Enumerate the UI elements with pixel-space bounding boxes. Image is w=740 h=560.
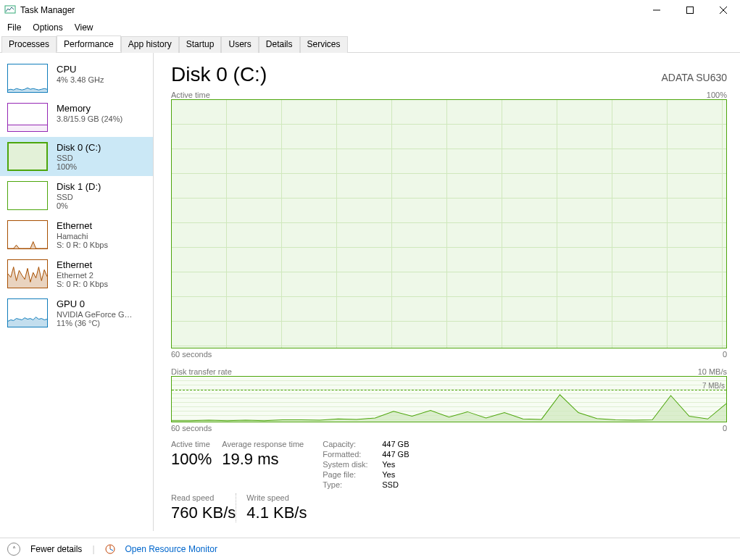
ethernet-thumb-icon [7, 259, 48, 288]
read-speed-value: 760 KB/s [171, 503, 236, 522]
sidebar: CPU 4% 3.48 GHz Memory 3.8/15.9 GB (24%)… [0, 53, 154, 531]
svg-line-7 [110, 549, 113, 551]
resource-monitor-icon [105, 544, 115, 554]
top-chart-label: Active time [171, 91, 210, 99]
bottom-chart-label: Disk transfer rate [171, 367, 232, 376]
sidebar-item-gpu0[interactable]: GPU 0 NVIDIA GeForce G… 11% (36 °C) [0, 293, 153, 333]
disk-thumb-icon [7, 181, 48, 210]
menubar: File Options View [0, 20, 740, 35]
bottom-chart-max: 10 MB/s [698, 367, 727, 376]
sidebar-item-label: Memory [57, 103, 122, 114]
gpu-thumb-icon [7, 298, 48, 327]
disk-thumb-icon [7, 142, 48, 171]
sidebar-item-ethernet-hamachi[interactable]: Ethernet Hamachi S: 0 R: 0 Kbps [0, 215, 153, 254]
maximize-button[interactable] [673, 0, 707, 20]
cpu-thumb-icon [7, 64, 48, 93]
tabs: Processes Performance App history Startu… [0, 35, 740, 53]
tab-details[interactable]: Details [259, 36, 300, 53]
window-title: Task Manager [20, 5, 75, 15]
app-icon [4, 4, 16, 17]
close-button[interactable] [707, 0, 740, 20]
tab-startup[interactable]: Startup [179, 36, 222, 53]
menu-file[interactable]: File [1, 21, 27, 34]
active-time-value: 100% [171, 450, 212, 469]
footer: ˄ Fewer details | Open Resource Monitor [0, 538, 740, 560]
menu-options[interactable]: Options [27, 21, 68, 34]
page-title: Disk 0 (C:) [171, 63, 267, 86]
tab-services[interactable]: Services [300, 36, 348, 53]
memory-thumb-icon [7, 103, 48, 132]
sidebar-item-disk0[interactable]: Disk 0 (C:) SSD 100% [0, 137, 153, 176]
main: CPU 4% 3.48 GHz Memory 3.8/15.9 GB (24%)… [0, 53, 740, 531]
minimize-button[interactable] [640, 0, 673, 20]
content: Disk 0 (C:) ADATA SU630 Active time 100%… [154, 53, 740, 531]
svg-rect-2 [687, 7, 694, 14]
sidebar-item-ethernet-2[interactable]: Ethernet Ethernet 2 S: 0 R: 0 Kbps [0, 254, 153, 293]
sidebar-item-memory[interactable]: Memory 3.8/15.9 GB (24%) [0, 98, 153, 137]
active-time-chart [171, 99, 727, 348]
disk-model: ADATA SU630 [661, 72, 727, 83]
avg-response-value: 19.9 ms [222, 450, 304, 469]
ethernet-thumb-icon [7, 220, 48, 249]
menu-view[interactable]: View [69, 21, 99, 34]
sidebar-item-disk1[interactable]: Disk 1 (D:) SSD 0% [0, 176, 153, 215]
top-chart-max: 100% [707, 91, 727, 99]
sidebar-item-label: GPU 0 [57, 298, 133, 309]
tab-app-history[interactable]: App history [121, 36, 179, 53]
open-resource-monitor-link[interactable]: Open Resource Monitor [125, 544, 217, 554]
sidebar-item-label: Disk 0 (C:) [57, 142, 101, 153]
transfer-rate-chart: 7 MB/s [171, 376, 727, 422]
tab-performance[interactable]: Performance [57, 35, 121, 52]
sidebar-item-cpu[interactable]: CPU 4% 3.48 GHz [0, 59, 153, 98]
sidebar-item-label: Disk 1 (D:) [57, 181, 101, 192]
sidebar-item-label: CPU [57, 64, 104, 75]
tab-processes[interactable]: Processes [1, 36, 57, 53]
write-speed-value: 4.1 KB/s [246, 503, 307, 522]
sidebar-item-label: Ethernet [57, 220, 108, 231]
titlebar: Task Manager [0, 0, 740, 20]
tab-users[interactable]: Users [221, 36, 258, 53]
fewer-details-link[interactable]: Fewer details [30, 544, 82, 554]
chevron-up-icon[interactable]: ˄ [7, 543, 20, 556]
sidebar-item-label: Ethernet [57, 259, 108, 270]
